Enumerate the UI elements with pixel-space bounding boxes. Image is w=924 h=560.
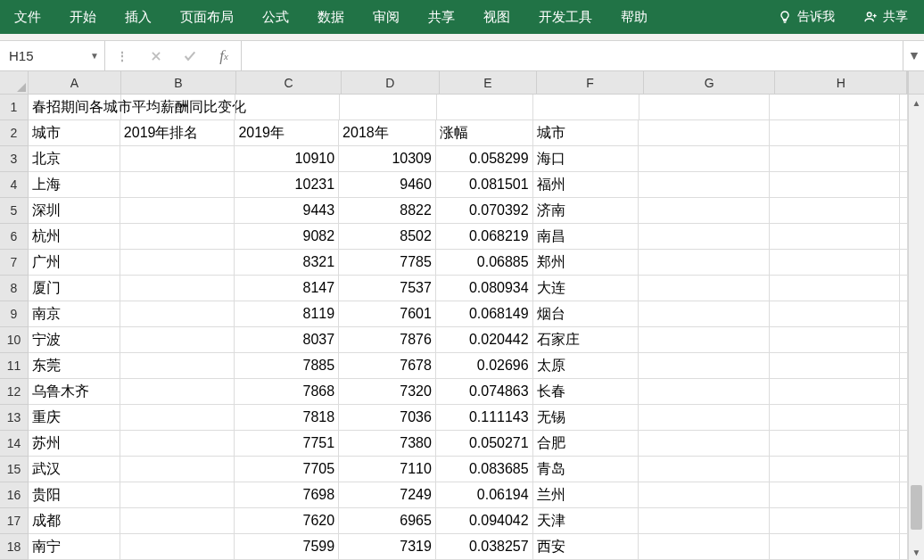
cell-C4[interactable]: 10231	[235, 172, 339, 198]
ribbon-tab-7[interactable]: 共享	[414, 0, 469, 34]
more-icon[interactable]: ⋮	[105, 41, 139, 70]
cell-H9[interactable]	[770, 301, 900, 327]
cell-F3[interactable]: 海口	[533, 146, 639, 172]
cell-B7[interactable]	[120, 250, 235, 276]
cell-E8[interactable]: 0.080934	[436, 276, 533, 301]
cell-E6[interactable]: 0.068219	[436, 224, 533, 250]
scroll-track[interactable]	[909, 111, 924, 544]
cell-G3[interactable]	[639, 146, 769, 172]
cell-D6[interactable]: 8502	[339, 224, 436, 250]
cell-G6[interactable]	[639, 224, 769, 250]
cell-G9[interactable]	[639, 301, 769, 327]
cell-F4[interactable]: 福州	[533, 172, 639, 198]
cell-A5[interactable]: 深圳	[29, 198, 120, 224]
cell-G16[interactable]	[639, 482, 769, 508]
cell-D5[interactable]: 8822	[339, 198, 436, 224]
cell-F2[interactable]: 城市	[533, 120, 639, 146]
column-header-F[interactable]: F	[537, 71, 644, 94]
cell-A18[interactable]: 南宁	[29, 534, 120, 560]
cell-G17[interactable]	[639, 508, 769, 534]
cell-B13[interactable]	[120, 405, 235, 431]
cell-B14[interactable]	[120, 431, 235, 457]
cell-B9[interactable]	[120, 301, 235, 327]
cell-C2[interactable]: 2019年	[235, 120, 339, 146]
ribbon-tab-2[interactable]: 插入	[111, 0, 166, 34]
column-header-C[interactable]: C	[236, 71, 342, 94]
cell-E2[interactable]: 涨幅	[436, 120, 533, 146]
cell-H18[interactable]	[770, 534, 900, 560]
cell-A11[interactable]: 东莞	[29, 353, 120, 379]
row-header-11[interactable]: 11	[0, 353, 28, 379]
cell-C9[interactable]: 8119	[235, 301, 339, 327]
formula-input[interactable]	[242, 41, 903, 70]
row-header-4[interactable]: 4	[0, 172, 28, 198]
cell-G18[interactable]	[639, 534, 769, 560]
cell-C13[interactable]: 7818	[235, 405, 339, 431]
name-box[interactable]: H15 ▼	[0, 41, 105, 70]
cell-E11[interactable]: 0.02696	[436, 353, 533, 379]
cell-C14[interactable]: 7751	[235, 431, 339, 457]
cell-H3[interactable]	[770, 146, 900, 172]
cell-C15[interactable]: 7705	[235, 457, 339, 482]
cell-C18[interactable]: 7599	[235, 534, 339, 560]
cell-E3[interactable]: 0.058299	[436, 146, 533, 172]
row-header-10[interactable]: 10	[0, 327, 28, 353]
cell-H2[interactable]	[770, 120, 900, 146]
row-header-3[interactable]: 3	[0, 146, 28, 172]
cell-C1[interactable]	[235, 95, 340, 120]
scroll-up-icon[interactable]: ▲	[909, 95, 924, 111]
cell-C11[interactable]: 7885	[235, 353, 339, 379]
column-header-A[interactable]: A	[29, 71, 121, 94]
row-header-13[interactable]: 13	[0, 405, 28, 431]
cell-H13[interactable]	[770, 405, 900, 431]
cell-E1[interactable]	[437, 95, 534, 120]
cell-B6[interactable]	[120, 224, 235, 250]
row-header-5[interactable]: 5	[0, 198, 28, 224]
cell-D8[interactable]: 7537	[339, 276, 436, 301]
cell-D14[interactable]: 7380	[339, 431, 436, 457]
cell-B2[interactable]: 2019年排名	[120, 120, 235, 146]
confirm-icon[interactable]	[173, 41, 207, 70]
cell-D17[interactable]: 6965	[339, 508, 436, 534]
cell-C12[interactable]: 7868	[235, 379, 339, 405]
cell-A9[interactable]: 南京	[29, 301, 120, 327]
cell-E13[interactable]: 0.111143	[436, 405, 533, 431]
cell-A1[interactable]: 春招期间各城市平均薪酬同比变化	[29, 95, 121, 120]
row-header-12[interactable]: 12	[0, 379, 28, 405]
cell-H7[interactable]	[770, 250, 900, 276]
cell-D10[interactable]: 7876	[339, 327, 436, 353]
ribbon-tab-9[interactable]: 开发工具	[524, 0, 606, 34]
cell-H1[interactable]	[770, 95, 900, 120]
cell-B18[interactable]	[120, 534, 235, 560]
cell-C3[interactable]: 10910	[235, 146, 339, 172]
cell-F16[interactable]: 兰州	[533, 482, 639, 508]
cell-A6[interactable]: 杭州	[29, 224, 120, 250]
cell-D4[interactable]: 9460	[339, 172, 436, 198]
cell-D18[interactable]: 7319	[339, 534, 436, 560]
cell-H16[interactable]	[770, 482, 900, 508]
cell-E7[interactable]: 0.06885	[436, 250, 533, 276]
row-header-8[interactable]: 8	[0, 276, 28, 301]
cell-B15[interactable]	[120, 457, 235, 482]
cell-C16[interactable]: 7698	[235, 482, 339, 508]
cell-E12[interactable]: 0.074863	[436, 379, 533, 405]
cell-B5[interactable]	[120, 198, 235, 224]
row-header-17[interactable]: 17	[0, 508, 28, 534]
chevron-down-icon[interactable]: ▼	[90, 51, 99, 61]
cell-F11[interactable]: 太原	[533, 353, 639, 379]
cell-D12[interactable]: 7320	[339, 379, 436, 405]
cell-D13[interactable]: 7036	[339, 405, 436, 431]
cell-G7[interactable]	[639, 250, 769, 276]
cell-D9[interactable]: 7601	[339, 301, 436, 327]
select-all-corner[interactable]	[0, 71, 29, 95]
cell-G1[interactable]	[639, 95, 770, 120]
cell-B3[interactable]	[120, 146, 235, 172]
cell-F14[interactable]: 合肥	[533, 431, 639, 457]
cell-D16[interactable]: 7249	[339, 482, 436, 508]
cell-E16[interactable]: 0.06194	[436, 482, 533, 508]
cell-C17[interactable]: 7620	[235, 508, 339, 534]
column-header-E[interactable]: E	[440, 71, 538, 94]
cell-E9[interactable]: 0.068149	[436, 301, 533, 327]
scroll-thumb[interactable]	[911, 485, 922, 530]
fx-icon[interactable]: fx	[207, 41, 241, 70]
